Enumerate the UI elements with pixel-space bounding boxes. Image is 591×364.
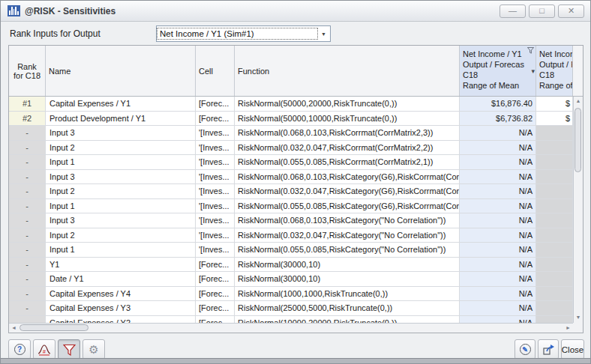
table-row[interactable]: #1 Capital Expenses / Y1 [Forec... RiskN… — [9, 97, 573, 112]
rank-cell: #2 — [9, 112, 46, 127]
rank-cell: - — [9, 213, 46, 228]
function-cell: RiskNormal(0.068,0.103,RiskCategory(G6),… — [235, 170, 460, 185]
horizontal-scroll-thumb[interactable] — [20, 324, 88, 331]
rank-cell: - — [9, 272, 46, 287]
output1-value-cell: $16,876.40 — [460, 97, 536, 112]
rank-cell: - — [9, 184, 46, 199]
help-icon: ? — [14, 344, 26, 355]
sensitivities-table: Rank for C18 Name Cell Function Net Inco… — [8, 45, 584, 333]
filter-button[interactable] — [58, 339, 80, 360]
header-name[interactable]: Name — [46, 46, 196, 96]
table-row[interactable]: - Date / Y1 [Forec... RiskNormal(30000,1… — [9, 272, 573, 287]
output1-value-cell: N/A — [460, 141, 536, 156]
help-button[interactable]: ? — [8, 339, 31, 360]
settings-button[interactable]: ⚙ — [82, 339, 105, 360]
output2-value-cell — [536, 243, 573, 258]
output1-value-cell: N/A — [460, 199, 536, 214]
window-title: @RISK - Sensitivities — [25, 6, 116, 16]
vertical-scrollbar[interactable]: ▲ ▼ — [573, 97, 583, 323]
cell-ref-cell: '[Inves... — [196, 155, 235, 170]
close-button[interactable]: Close — [561, 339, 584, 360]
sort-dropdown-icon[interactable]: ▾ — [531, 66, 535, 76]
risk-sensitivities-window: @RISK - Sensitivities — □ ✕ Rank Inputs … — [0, 0, 591, 364]
cell-ref-cell: [Forec... — [196, 301, 235, 316]
name-cell: Input 3 — [46, 126, 196, 141]
rank-cell: - — [9, 258, 46, 273]
table-row[interactable]: - Input 1 '[Inves... RiskNormal(0.055,0.… — [9, 199, 573, 214]
cell-ref-cell: '[Inves... — [196, 170, 235, 185]
table-row[interactable]: - Input 3 '[Inves... RiskNormal(0.068,0.… — [9, 213, 573, 228]
export-button[interactable] — [538, 339, 559, 360]
rank-cell: - — [9, 287, 46, 302]
function-cell: RiskNormal(0.068,0.103,RiskCategory("No … — [235, 213, 460, 228]
output1-value-cell: N/A — [460, 243, 536, 258]
window-bottom-edge — [1, 358, 590, 363]
rank-cell: - — [9, 301, 46, 316]
name-cell: Input 2 — [46, 228, 196, 243]
edit-report-button[interactable]: ✎ — [514, 339, 536, 360]
cell-ref-cell: '[Inves... — [196, 126, 235, 141]
vertical-scroll-thumb[interactable] — [574, 108, 581, 172]
output-select-dropdown[interactable]: Net Income / Y1 (Sim#1) ▼ — [156, 25, 331, 42]
table-row[interactable]: #2 Product Development / Y1 [Forec... Ri… — [9, 112, 573, 127]
output2-value-cell: $ — [536, 97, 573, 112]
function-cell: RiskNormal(1000,1000,RiskTruncate(0,)) — [235, 287, 460, 302]
cell-ref-cell: [Forec... — [196, 258, 235, 273]
name-cell: Product Development / Y1 — [46, 112, 196, 127]
output2-value-cell — [536, 155, 573, 170]
cell-ref-cell: '[Inves... — [196, 199, 235, 214]
cell-ref-cell: '[Inves... — [196, 228, 235, 243]
table-row[interactable]: - Input 2 '[Inves... RiskNormal(0.032,0.… — [9, 184, 573, 199]
scroll-down-icon[interactable]: ▼ — [574, 313, 583, 323]
table-row[interactable]: - Input 1 '[Inves... RiskNormal(0.055,0.… — [9, 155, 573, 170]
output1-value-cell: N/A — [460, 170, 536, 185]
table-row[interactable]: - Input 3 '[Inves... RiskNormal(0.068,0.… — [9, 126, 573, 141]
header-rank[interactable]: Rank for C18 — [9, 46, 46, 96]
pen-circle-icon: ✎ — [520, 344, 531, 355]
output2-value-cell — [536, 213, 573, 228]
name-cell: Input 1 — [46, 243, 196, 258]
name-cell: Input 3 — [46, 213, 196, 228]
header-cell[interactable]: Cell — [196, 46, 235, 96]
table-row[interactable]: - Input 2 '[Inves... RiskNormal(0.032,0.… — [9, 228, 573, 243]
rank-cell: - — [9, 199, 46, 214]
table-row[interactable]: - Input 1 '[Inves... RiskNormal(0.055,0.… — [9, 243, 573, 258]
function-cell: RiskNormal(0.055,0.085,RiskCategory(G6),… — [235, 199, 460, 214]
chevron-down-icon[interactable]: ▼ — [317, 31, 330, 37]
table-row[interactable]: - Input 3 '[Inves... RiskNormal(0.068,0.… — [9, 170, 573, 185]
fit-distribution-button[interactable]: # — [33, 339, 56, 360]
title-bar[interactable]: @RISK - Sensitivities — □ ✕ — [1, 1, 590, 22]
header-output-2[interactable]: Net Income / Output / For C18 Range of M… — [536, 46, 573, 96]
scroll-left-icon[interactable]: ◄ — [9, 324, 19, 333]
output2-value-cell — [536, 141, 573, 156]
table-header-row: Rank for C18 Name Cell Function Net Inco… — [9, 46, 583, 97]
table-body: #1 Capital Expenses / Y1 [Forec... RiskN… — [9, 97, 573, 324]
table-row[interactable]: - Capital Expenses / Y4 [Forec... RiskNo… — [9, 287, 573, 302]
output1-value-cell: $6,736.82 — [460, 112, 536, 127]
cell-ref-cell: '[Inves... — [196, 243, 235, 258]
header-output-1[interactable]: Net Income / Y1 Output / Forecas C18 Ran… — [460, 46, 536, 96]
name-cell: Capital Expenses / Y3 — [46, 301, 196, 316]
maximize-button[interactable]: □ — [529, 4, 555, 18]
name-cell: Capital Expenses / Y1 — [46, 97, 196, 112]
header-function[interactable]: Function — [235, 46, 460, 96]
filter-icon[interactable] — [527, 47, 534, 54]
name-cell: Y1 — [46, 258, 196, 273]
rank-inputs-label: Rank Inputs for Output — [10, 28, 100, 39]
horizontal-scrollbar[interactable]: ◄ ► — [9, 323, 573, 333]
rank-cell: - — [9, 141, 46, 156]
output1-value-cell: N/A — [460, 126, 536, 141]
cell-ref-cell: [Forec... — [196, 97, 235, 112]
output1-value-cell: N/A — [460, 213, 536, 228]
table-row[interactable]: - Capital Expenses / Y3 [Forec... RiskNo… — [9, 301, 573, 316]
close-window-button[interactable]: ✕ — [558, 4, 584, 18]
scroll-up-icon[interactable]: ▲ — [574, 97, 583, 106]
name-cell: Capital Expenses / Y4 — [46, 287, 196, 302]
minimize-button[interactable]: — — [500, 4, 526, 18]
table-row[interactable]: - Y1 [Forec... RiskNormal(30000,10) N/A — [9, 258, 573, 273]
name-cell: Date / Y1 — [46, 272, 196, 287]
scroll-right-icon[interactable]: ► — [563, 324, 573, 333]
table-row[interactable]: - Input 2 '[Inves... RiskNormal(0.032,0.… — [9, 141, 573, 156]
cell-ref-cell: '[Inves... — [196, 184, 235, 199]
output1-value-cell: N/A — [460, 301, 536, 316]
